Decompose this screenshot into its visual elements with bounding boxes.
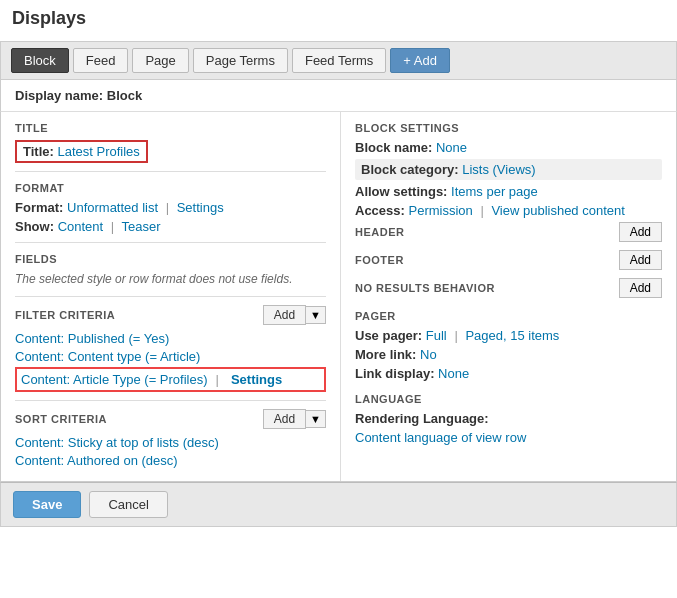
save-button[interactable]: Save — [13, 491, 81, 518]
block-settings-heading: BLOCK SETTINGS — [355, 122, 662, 134]
rendering-language-label: Rendering Language: — [355, 411, 489, 426]
allow-settings-label: Allow settings: — [355, 184, 451, 199]
format-label: Format: — [15, 200, 63, 215]
show-value[interactable]: Content — [58, 219, 104, 234]
filter-item-1[interactable]: Content: Content type (= Article) — [15, 349, 326, 364]
filter-add-button[interactable]: Add — [263, 305, 306, 325]
sort-add-button[interactable]: Add — [263, 409, 306, 429]
rendering-language-row: Rendering Language: — [355, 411, 662, 426]
sort-header-row: SORT CRITERIA Add ▼ — [15, 409, 326, 429]
tab-page-terms[interactable]: Page Terms — [193, 48, 288, 73]
title-section-heading: TITLE — [15, 122, 326, 134]
tabs-bar: Block Feed Page Page Terms Feed Terms + … — [0, 41, 677, 80]
main-content: TITLE Title: Latest Profiles FORMAT Form… — [0, 112, 677, 482]
access-row: Access: Permission | View published cont… — [355, 203, 662, 218]
tab-feed-terms[interactable]: Feed Terms — [292, 48, 386, 73]
link-display-label: Link display: — [355, 366, 438, 381]
sort-section-heading: SORT CRITERIA — [15, 413, 107, 425]
block-category-value[interactable]: Lists (Views) — [462, 162, 535, 177]
sort-add-dropdown[interactable]: ▼ — [306, 410, 326, 428]
footer-add-button[interactable]: Add — [619, 250, 662, 270]
title-field-value[interactable]: Latest Profiles — [57, 144, 139, 159]
language-heading: LANGUAGE — [355, 393, 662, 405]
footer-heading: FOOTER — [355, 254, 404, 266]
fields-section-heading: FIELDS — [15, 253, 326, 265]
filter-item-2-highlighted: Content: Article Type (= Profiles) | Set… — [15, 367, 326, 392]
no-results-add-button[interactable]: Add — [619, 278, 662, 298]
access-label: Access: — [355, 203, 408, 218]
filter-item-0[interactable]: Content: Published (= Yes) — [15, 331, 326, 346]
sort-add-group: Add ▼ — [263, 409, 326, 429]
cancel-button[interactable]: Cancel — [89, 491, 167, 518]
filter-add-group: Add ▼ — [263, 305, 326, 325]
more-link-value[interactable]: No — [420, 347, 437, 362]
allow-settings-row: Allow settings: Items per page — [355, 184, 662, 199]
display-name-bar: Display name: Block — [0, 80, 677, 112]
access-view-published[interactable]: View published content — [491, 203, 624, 218]
tab-block[interactable]: Block — [11, 48, 69, 73]
paged-value[interactable]: Paged, 15 items — [465, 328, 559, 343]
fields-description: The selected style or row format does no… — [15, 271, 326, 288]
display-name-value: Block — [107, 88, 142, 103]
filter-header-row: FILTER CRITERIA Add ▼ — [15, 305, 326, 325]
teaser-link[interactable]: Teaser — [122, 219, 161, 234]
header-heading: HEADER — [355, 226, 404, 238]
tab-add[interactable]: + Add — [390, 48, 450, 73]
format-field-row: Format: Unformatted list | Settings — [15, 200, 326, 215]
page-title: Displays — [12, 8, 665, 29]
tab-page[interactable]: Page — [132, 48, 188, 73]
block-category-row: Block category: Lists (Views) — [355, 159, 662, 180]
more-link-label: More link: — [355, 347, 420, 362]
use-pager-full[interactable]: Full — [426, 328, 447, 343]
content-language-row: Content language of view row — [355, 430, 662, 445]
format-settings-link[interactable]: Settings — [177, 200, 224, 215]
left-panel: TITLE Title: Latest Profiles FORMAT Form… — [1, 112, 341, 481]
footer-bar: Save Cancel — [0, 482, 677, 527]
allow-settings-value[interactable]: Items per page — [451, 184, 538, 199]
no-results-heading: NO RESULTS BEHAVIOR — [355, 282, 495, 294]
format-value[interactable]: Unformatted list — [67, 200, 158, 215]
right-panel: BLOCK SETTINGS Block name: None Block ca… — [341, 112, 676, 481]
sort-item-1[interactable]: Content: Authored on (desc) — [15, 453, 326, 468]
sort-item-0[interactable]: Content: Sticky at top of lists (desc) — [15, 435, 326, 450]
header-add-button[interactable]: Add — [619, 222, 662, 242]
content-language-link[interactable]: Content language of view row — [355, 430, 526, 445]
no-results-row: NO RESULTS BEHAVIOR Add — [355, 278, 662, 298]
pager-heading: PAGER — [355, 310, 662, 322]
show-label: Show: — [15, 219, 54, 234]
block-name-value[interactable]: None — [436, 140, 467, 155]
tab-feed[interactable]: Feed — [73, 48, 129, 73]
link-display-value[interactable]: None — [438, 366, 469, 381]
access-permission[interactable]: Permission — [408, 203, 472, 218]
block-name-row: Block name: None — [355, 140, 662, 155]
use-pager-label: Use pager: — [355, 328, 426, 343]
show-field-row: Show: Content | Teaser — [15, 219, 326, 234]
title-highlight-box: Title: Latest Profiles — [15, 140, 148, 163]
footer-row: FOOTER Add — [355, 250, 662, 270]
title-field-row: Title: Latest Profiles — [15, 140, 326, 163]
filter-section-heading: FILTER CRITERIA — [15, 309, 115, 321]
format-section-heading: FORMAT — [15, 182, 326, 194]
block-category-label: Block category: — [361, 162, 462, 177]
header-row: HEADER Add — [355, 222, 662, 242]
title-field-label: Title: — [23, 144, 54, 159]
display-name-label: Display name: — [15, 88, 103, 103]
link-display-row: Link display: None — [355, 366, 662, 381]
more-link-row: More link: No — [355, 347, 662, 362]
filter-item-2[interactable]: Content: Article Type (= Profiles) — [21, 372, 208, 387]
filter-add-dropdown[interactable]: ▼ — [306, 306, 326, 324]
filter-item-2-settings[interactable]: Settings — [227, 371, 286, 388]
block-name-label: Block name: — [355, 140, 436, 155]
use-pager-row: Use pager: Full | Paged, 15 items — [355, 328, 662, 343]
